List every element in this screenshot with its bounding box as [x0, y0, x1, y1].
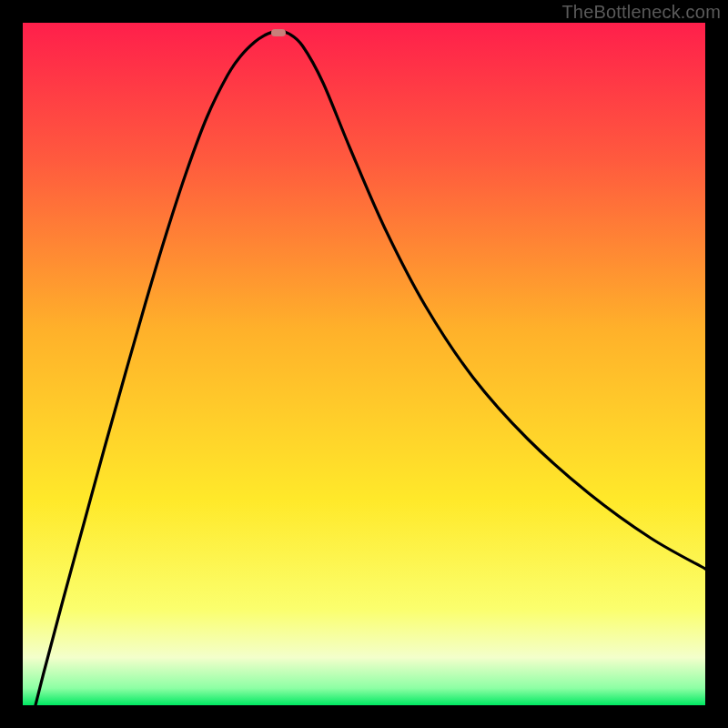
chart-frame: TheBottleneck.com [0, 0, 728, 728]
chart-svg [23, 23, 705, 705]
min-marker [271, 29, 286, 36]
watermark-text: TheBottleneck.com [561, 2, 721, 23]
gradient-background [23, 23, 705, 705]
plot-area [23, 23, 705, 705]
